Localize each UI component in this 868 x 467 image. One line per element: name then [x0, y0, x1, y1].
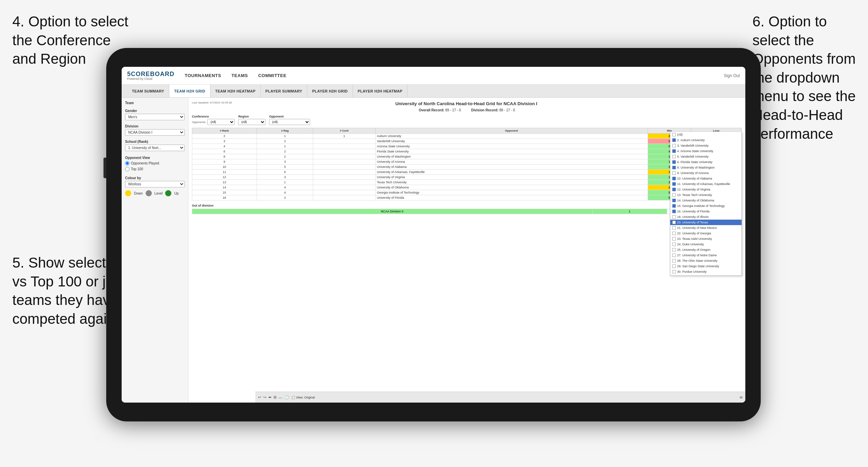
view-label: 📋 View: Original — [291, 396, 315, 399]
dropdown-item[interactable]: 21. University of New Mexico — [670, 225, 742, 231]
sidebar-school-label: School (Rank) — [125, 140, 185, 144]
center-content: Last Updated: 4/7/2024 16:55:38 Universi… — [188, 98, 745, 403]
legend-down-label: Down — [134, 192, 143, 195]
toolbar-redo[interactable]: ↪ — [263, 395, 266, 400]
dropdown-item[interactable]: 16. University of Florida — [670, 209, 742, 214]
division-table-body: NCAA Division II 1 0 — [192, 209, 742, 214]
toolbar-copy[interactable]: ⊞ — [273, 395, 277, 400]
toolbar-back[interactable]: ⬅ — [268, 395, 271, 400]
sidebar-division-section: Division NCAA Division I — [125, 124, 185, 136]
dropdown-item[interactable]: 11. University of Arkansas, Fayetteville — [670, 181, 742, 187]
dropdown-item-label: 12. University of Virginia — [677, 188, 710, 191]
cell-rag: 2 — [257, 195, 313, 200]
dropdown-item-label: 22. University of Georgia — [677, 232, 711, 235]
dropdown-item[interactable]: 31. University of North Florida — [670, 274, 742, 276]
nav-committee[interactable]: COMMITTEE — [258, 72, 286, 79]
col-opponent: Opponent — [375, 128, 648, 134]
sidebar-colour-section: Colour by Win/loss Down Level Up — [125, 176, 185, 196]
dropdown-checkbox — [672, 237, 676, 241]
toolbar-clock[interactable]: 🕐 — [284, 395, 289, 400]
filter-opponent: Opponent (All) — [269, 115, 310, 125]
subnav-team-h2h-heatmap[interactable]: TEAM H2H HEATMAP — [210, 85, 261, 97]
dropdown-item[interactable]: 24. Duke University — [670, 242, 742, 247]
dropdown-item[interactable]: 6. Florida State University — [670, 159, 742, 165]
sidebar-colour-select[interactable]: Win/loss — [125, 181, 185, 187]
dropdown-item[interactable]: 20. University of Texas — [670, 220, 742, 225]
main-content: Team Gender Men's Division NCAA Division… — [122, 98, 745, 403]
subnav-player-summary[interactable]: PLAYER SUMMARY — [261, 85, 307, 97]
radio-top-100-input[interactable] — [125, 167, 130, 171]
table-row: 3 2 Vanderbilt University 0 4 — [192, 139, 742, 144]
dropdown-checkbox — [672, 204, 676, 208]
subnav-player-h2h-heatmap[interactable]: PLAYER H2H HEATMAP — [353, 85, 408, 97]
sidebar-division-select[interactable]: NCAA Division I — [125, 129, 185, 136]
dropdown-checkbox — [672, 232, 676, 235]
toolbar-dash[interactable]: — — [279, 395, 282, 400]
region-select[interactable]: (All) — [238, 119, 266, 125]
nav-signout[interactable]: Sign Out — [724, 73, 740, 78]
dropdown-panel: (All)2. Auburn University3. Vanderbilt U… — [670, 132, 742, 276]
radio-opponents-played[interactable]: Opponents Played — [125, 161, 185, 165]
dropdown-checkbox — [672, 166, 676, 169]
sidebar-school-select[interactable]: 1. University of Nort... — [125, 145, 185, 151]
table-row: 15 4 Georgia Institute of Technology 5 0 — [192, 190, 742, 195]
dropdown-item[interactable]: 27. University of Notre Dame — [670, 253, 742, 258]
sidebar-gender-select[interactable]: Men's — [125, 114, 185, 120]
dropdown-item[interactable]: 25. University of Oregon — [670, 247, 742, 253]
nav-teams[interactable]: TEAMS — [231, 72, 248, 79]
dropdown-item[interactable]: 30. Purdue University — [670, 269, 742, 274]
dropdown-item-label: 9. University of Arizona — [677, 171, 709, 175]
dropdown-item[interactable]: 5. Vanderbilt University — [670, 154, 742, 159]
page-title: University of North Carolina Head-to-Hea… — [232, 101, 701, 106]
dropdown-item[interactable]: 18. University of Illinois — [670, 214, 742, 220]
dropdown-item[interactable]: 22. University of Georgia — [670, 231, 742, 236]
dropdown-checkbox — [672, 177, 676, 180]
dropdown-checkbox — [672, 259, 676, 262]
dropdown-checkbox — [672, 171, 676, 175]
dropdown-item[interactable]: 23. Texas A&M University — [670, 236, 742, 242]
subnav-team-summary[interactable]: TEAM SUMMARY — [127, 85, 169, 97]
dropdown-item[interactable]: 14. University of Oklahoma — [670, 198, 742, 203]
filter-region: Region (All) — [238, 115, 266, 125]
tablet-side-button — [103, 158, 106, 178]
dropdown-item[interactable]: 15. Georgia Institute of Technology — [670, 203, 742, 209]
conference-select[interactable]: (All) — [207, 119, 235, 125]
nav-tournaments[interactable]: TOURNAMENTS — [185, 72, 221, 79]
toolbar-undo[interactable]: ↩ — [258, 395, 261, 400]
dropdown-item-label: 24. Duke University — [677, 243, 704, 246]
cell-opponent: University of Oklahoma — [375, 185, 648, 190]
cell-rag: 2 — [257, 139, 313, 144]
table-body: 2 1 1 Auburn University 2 1 3 2 Vanderbi… — [192, 134, 742, 200]
dropdown-item[interactable]: 8. University of Washington — [670, 165, 742, 170]
dropdown-item[interactable]: 29. San Diego State University — [670, 263, 742, 269]
cell-conf — [313, 139, 375, 144]
cell-rag: 4 — [257, 190, 313, 195]
annotation-top-right: 6. Option to select the Opponents from t… — [753, 12, 856, 143]
cell-opponent: Arizona State University — [375, 144, 648, 149]
dropdown-item[interactable]: 13. Texas Tech University — [670, 192, 742, 198]
dropdown-item[interactable]: (All) — [670, 132, 742, 137]
dropdown-item[interactable]: 4. Arizona State University — [670, 148, 742, 154]
cell-opponent: University of Alabama — [375, 164, 648, 170]
dropdown-item[interactable]: 12. University of Virginia — [670, 187, 742, 192]
subnav-team-h2h-grid[interactable]: TEAM H2H GRID — [169, 85, 210, 97]
dropdown-item[interactable]: 9. University of Arizona — [670, 170, 742, 176]
table-row: 11 6 University of Arkansas, Fayettevill… — [192, 170, 742, 175]
opponent-select[interactable]: (All) — [269, 119, 310, 125]
dropdown-item[interactable]: 28. The Ohio State University — [670, 258, 742, 263]
dropdown-item[interactable]: 3. Vanderbilt University — [670, 143, 742, 148]
division-name: NCAA Division II — [192, 209, 592, 214]
dropdown-item-label: 15. Georgia Institute of Technology — [677, 204, 725, 208]
nav-items: TOURNAMENTS TEAMS COMMITTEE — [185, 72, 713, 79]
cell-conf — [313, 170, 375, 175]
cell-opponent: Vanderbilt University — [375, 139, 648, 144]
subnav-player-h2h-grid[interactable]: PLAYER H2H GRID — [307, 85, 353, 97]
dropdown-item[interactable]: 2. Auburn University — [670, 137, 742, 143]
cell-conf — [313, 175, 375, 180]
radio-top-100[interactable]: Top 100 — [125, 167, 185, 171]
dropdown-checkbox — [672, 210, 676, 213]
dropdown-item[interactable]: 10. University of Alabama — [670, 176, 742, 181]
radio-opponents-played-input[interactable] — [125, 161, 130, 165]
cell-rank: 6 — [192, 149, 257, 154]
dropdown-item-label: 29. San Diego State University — [677, 265, 719, 268]
